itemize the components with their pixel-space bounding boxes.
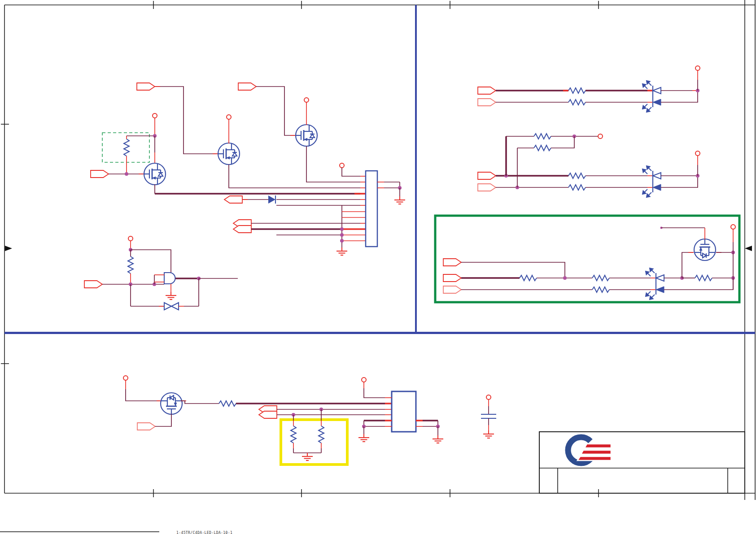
mosfet-q2 — [218, 143, 240, 165]
power-pin-header — [340, 163, 344, 168]
and-gate-buffer — [164, 273, 175, 284]
green-highlight-box — [435, 216, 739, 302]
sheet-frame — [1, 0, 755, 500]
ground-cap — [483, 430, 494, 438]
input-connector-g — [84, 281, 102, 288]
center-marker-left-icon — [5, 246, 12, 251]
resistor-led2b — [568, 185, 586, 190]
resistor-gb-c — [592, 287, 609, 292]
company-logo-icon — [568, 437, 611, 463]
ground-bus — [336, 247, 347, 255]
resistor-pulldown-a — [291, 426, 296, 443]
section-divider-horizontal — [4, 332, 755, 334]
mosfet-q3 — [296, 125, 317, 146]
title-block — [539, 432, 745, 493]
output-connector-d — [224, 196, 242, 203]
power-pin-q1 — [153, 113, 157, 118]
power-pin-led2 — [695, 151, 700, 156]
resistor-series — [219, 401, 236, 406]
yellow-highlight-box — [281, 420, 347, 465]
mosfet-q5 — [161, 393, 182, 414]
ground-gate — [166, 292, 176, 300]
diode-d1 — [268, 195, 275, 204]
resistor-buffer-pull — [128, 256, 133, 274]
output-connector-r — [259, 411, 277, 418]
resistor-gate-pull — [124, 139, 129, 156]
output-connector-f — [233, 226, 251, 233]
ground-ic-right — [433, 435, 443, 443]
input-connector-i — [478, 99, 496, 106]
resistor-gb-b — [592, 275, 609, 281]
resistor-gb-a — [520, 275, 537, 281]
ground-ic-left — [358, 434, 369, 442]
input-connector-l — [443, 259, 461, 266]
led-pair-3 — [646, 268, 664, 300]
schematic-page: 1-45TR/C4DA-LED-LDA-10-1 — [0, 0, 756, 534]
led-pair-1 — [642, 81, 661, 112]
power-pin-q2 — [227, 115, 231, 119]
power-pin-q4 — [731, 225, 735, 229]
ground-header — [394, 196, 405, 204]
input-connector-c — [238, 83, 256, 90]
resistor-tap-a — [534, 134, 551, 139]
mosfet-q4 — [694, 239, 716, 260]
input-connector-b — [91, 170, 109, 178]
section-led-inputs — [435, 66, 739, 302]
power-pin-q3 — [304, 98, 309, 102]
resistor-gb-d — [695, 275, 712, 281]
input-connector-k — [478, 184, 496, 191]
mosfet-q1 — [144, 163, 166, 185]
resistor-tap-b — [534, 145, 551, 151]
input-connector-h — [478, 87, 496, 94]
resistor-led1a — [568, 88, 586, 93]
ground-pulldowns — [302, 453, 313, 460]
section-divider-vertical — [415, 5, 417, 333]
resistor-pulldown-b — [319, 426, 324, 443]
input-connector-m — [443, 274, 461, 282]
resistor-led1b — [568, 100, 586, 105]
section-gate-drive — [84, 83, 405, 310]
led-pair-2 — [642, 166, 661, 197]
input-connector-a — [137, 83, 155, 90]
footer: 1-45TR/C4DA-LED-LDA-10-1 — [0, 531, 232, 534]
header-connector-j1 — [366, 171, 377, 247]
power-pin-gate — [128, 236, 133, 241]
resistor-led2a — [568, 173, 586, 178]
power-pin-tap — [598, 134, 603, 139]
zone-ticks — [1, 1, 599, 497]
footer-code: 1-45TR/C4DA-LED-LDA-10-1 — [176, 531, 232, 534]
section-load-switch — [123, 376, 496, 465]
power-pin-ic — [362, 378, 366, 382]
center-marker-right-icon — [745, 246, 752, 251]
power-pin-cap — [486, 395, 491, 399]
input-connector-j — [478, 172, 496, 179]
power-pin-led1 — [695, 66, 700, 70]
power-pin-q5 — [123, 376, 128, 380]
input-connector-n — [443, 286, 461, 293]
input-connector-p — [137, 423, 155, 430]
tvs-diode — [164, 303, 171, 310]
ic-u1 — [392, 391, 416, 432]
